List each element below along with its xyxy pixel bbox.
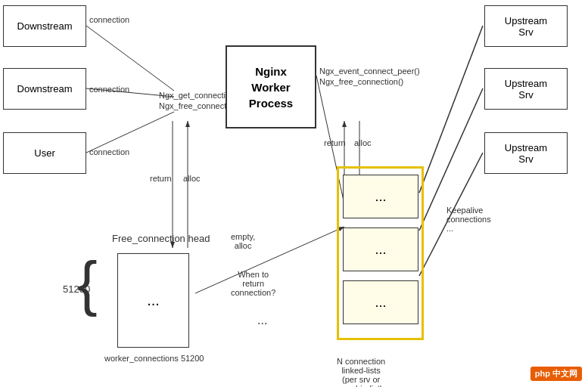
free-head-label: Free_connection head [112, 233, 210, 244]
worker-conn-label: worker_connections 51200 [104, 354, 204, 363]
connection3-label: connection [89, 147, 129, 156]
downstream2-box: Downstream [3, 68, 86, 110]
svg-line-0 [86, 26, 174, 91]
return-right-label: return [324, 138, 346, 147]
conn-list2-box: ... [343, 228, 418, 271]
user-box: User [3, 132, 86, 174]
ngx-free2-label: Ngx_free_connection() [319, 77, 403, 86]
user-label: User [34, 147, 54, 159]
downstream1-label: Downstream [17, 20, 73, 32]
downstream1-box: Downstream [3, 5, 86, 47]
return-left-label: return [150, 174, 172, 183]
alloc-left-label: alloc [183, 174, 201, 183]
when-to-label: When to return connection? [231, 261, 275, 297]
free-pool-label: ... [147, 292, 160, 309]
conn-list1-box: ... [343, 175, 418, 218]
alloc-right-label: alloc [354, 138, 372, 147]
svg-line-2 [86, 112, 174, 153]
upstream3-label: Upstream Srv [505, 142, 547, 165]
nginx-box: Nginx Worker Process [226, 45, 316, 128]
upstream1-label: Upstream Srv [505, 15, 547, 38]
conn-list3-box: ... [343, 280, 418, 324]
dots-below-label: ... [257, 314, 267, 327]
empty-alloc-label: empty, alloc [231, 223, 255, 250]
n-conn-label: N connection linked-lists (per srv or on… [337, 348, 385, 387]
upstream3-box: Upstream Srv [484, 132, 568, 174]
connection1-label: connection [89, 15, 129, 24]
downstream2-label: Downstream [17, 83, 73, 94]
diagram: Downstream Downstream User connection co… [0, 0, 588, 387]
upstream2-box: Upstream Srv [484, 68, 568, 110]
nginx-label: Nginx Worker Process [249, 63, 293, 111]
free-pool-box: ... [117, 253, 189, 348]
keepalive-label: Keepalive connections ... [446, 197, 491, 233]
upstream2-label: Upstream Srv [505, 78, 547, 101]
connection2-label: connection [89, 85, 129, 94]
upstream1-box: Upstream Srv [484, 5, 568, 47]
watermark: php 中文网 [530, 367, 582, 381]
brace-symbol: { [77, 253, 98, 314]
svg-line-9 [419, 26, 483, 193]
conn-list-group: ... ... ... [337, 166, 424, 340]
ngx-event-label: Ngx_event_connect_peer() [319, 67, 420, 76]
